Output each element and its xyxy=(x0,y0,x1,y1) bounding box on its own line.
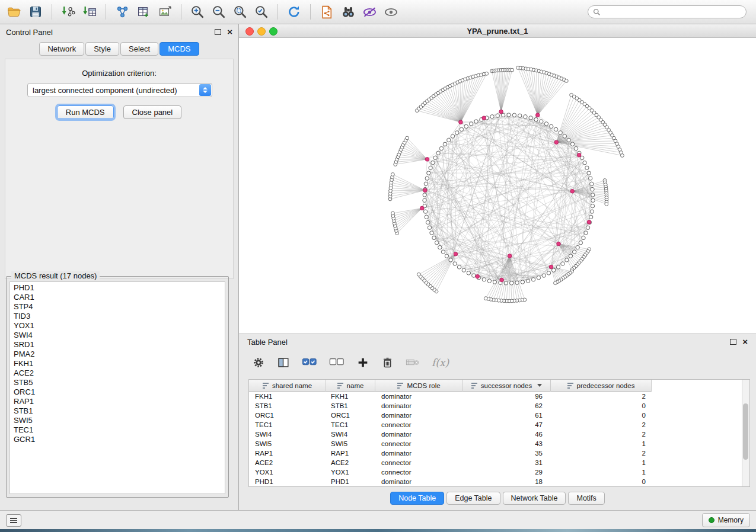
tab-motifs[interactable]: Motifs xyxy=(568,492,604,505)
mcds-result-list: PHD1CAR1STP4TID3YOX1SWI4SRD1PMA2FKH1ACE2… xyxy=(9,281,225,494)
table-row[interactable]: SWI4SWI4dominator462 xyxy=(249,430,749,439)
table-scrollbar[interactable] xyxy=(742,380,749,486)
table-row[interactable]: FKH1FKH1dominator962 xyxy=(249,392,749,401)
table-cell: STB1 xyxy=(326,401,375,411)
table-cell: 18 xyxy=(463,477,551,486)
deselect-all-button[interactable] xyxy=(329,357,344,368)
mcds-result-item[interactable]: SRD1 xyxy=(10,340,225,350)
zoom-out-button[interactable] xyxy=(208,2,229,22)
table-row[interactable]: ACE2ACE2connector311 xyxy=(249,458,749,467)
table-settings-button[interactable] xyxy=(252,356,265,369)
table-cell: ACE2 xyxy=(249,458,326,467)
trash-icon xyxy=(381,356,394,369)
table-row[interactable]: YOX1YOX1connector291 xyxy=(249,467,749,477)
select-all-button[interactable] xyxy=(302,357,317,368)
table-row[interactable]: RAP1RAP1dominator352 xyxy=(249,448,749,458)
table-scrollbar-thumb[interactable] xyxy=(743,403,748,460)
table-cell: 62 xyxy=(463,401,551,411)
mcds-result-item[interactable]: YOX1 xyxy=(10,321,225,331)
column-header-successor-nodes[interactable]: successor nodes xyxy=(463,380,551,392)
import-network-button[interactable] xyxy=(58,2,79,22)
mcds-result-item[interactable]: STP4 xyxy=(10,302,225,312)
save-session-button[interactable] xyxy=(25,2,46,22)
plus-icon xyxy=(356,356,369,369)
mcds-result-item[interactable]: ORC1 xyxy=(10,387,225,397)
mcds-result-item[interactable]: SWI4 xyxy=(10,331,225,340)
close-panel-button[interactable]: Close panel xyxy=(123,105,182,119)
table-cell: 2 xyxy=(551,430,652,439)
column-header-shared-name[interactable]: shared name xyxy=(249,380,326,392)
zoom-in-icon xyxy=(190,4,205,20)
table-row[interactable]: STB1STB1dominator620 xyxy=(249,401,749,411)
export-image-button[interactable] xyxy=(154,2,176,22)
tab-mcds[interactable]: MCDS xyxy=(160,42,199,56)
search-box[interactable] xyxy=(588,5,747,18)
show-columns-button[interactable] xyxy=(277,356,290,369)
table-row[interactable]: TEC1TEC1connector472 xyxy=(249,420,749,430)
network-graph xyxy=(239,38,756,334)
mcds-result-item[interactable]: SWI5 xyxy=(10,416,225,425)
tab-network-table[interactable]: Network Table xyxy=(503,492,566,505)
column-header-name[interactable]: name xyxy=(326,380,375,392)
table-row[interactable]: SWI5SWI5connector431 xyxy=(249,439,749,448)
toolbar-separator xyxy=(52,4,52,20)
column-header-predecessor-nodes[interactable]: predecessor nodes xyxy=(551,380,652,392)
delete-column-button[interactable] xyxy=(381,356,394,369)
open-folder-button[interactable] xyxy=(4,2,25,22)
optimization-criterion-dropdown[interactable]: largest connected component (undirected) xyxy=(27,83,212,97)
export-network-button[interactable] xyxy=(316,2,337,22)
mcds-result-item[interactable]: STB5 xyxy=(10,378,225,387)
hide-details-button[interactable] xyxy=(359,2,380,22)
tab-edge-table[interactable]: Edge Table xyxy=(446,492,500,505)
float-table-panel-icon[interactable] xyxy=(730,339,736,345)
mcds-result-item[interactable]: GCR1 xyxy=(10,435,225,444)
table-row[interactable]: PHD1PHD1dominator180 xyxy=(249,477,749,486)
show-details-button[interactable] xyxy=(380,2,401,22)
open-folder-icon xyxy=(7,4,22,20)
memory-status-icon xyxy=(709,517,714,523)
tab-style[interactable]: Style xyxy=(85,42,119,56)
column-header-MCDS-role[interactable]: MCDS role xyxy=(375,380,463,392)
network-window-title: YPA_prune.txt_1 xyxy=(239,27,756,36)
mcds-result-item[interactable]: CAR1 xyxy=(10,293,225,302)
mcds-result-item[interactable]: PMA2 xyxy=(10,350,225,359)
show-details-eye-icon xyxy=(383,4,399,20)
mcds-result-item[interactable]: STB1 xyxy=(10,406,225,416)
float-panel-icon[interactable] xyxy=(215,29,221,35)
table-cell: ORC1 xyxy=(249,411,326,420)
zoom-fit-button[interactable] xyxy=(229,2,251,22)
run-mcds-button[interactable]: Run MCDS xyxy=(57,105,114,119)
search-input[interactable] xyxy=(603,7,746,17)
mcds-result-item[interactable]: FKH1 xyxy=(10,359,225,368)
tab-select[interactable]: Select xyxy=(120,42,158,56)
network-window-titlebar[interactable]: YPA_prune.txt_1 xyxy=(239,24,756,38)
zoom-selected-button[interactable] xyxy=(251,2,272,22)
mcds-result-item[interactable]: PHD1 xyxy=(10,283,225,293)
node-table[interactable]: shared namenameMCDS rolesuccessor nodesp… xyxy=(248,379,750,487)
gear-icon xyxy=(252,356,265,369)
table-cell: 2 xyxy=(551,420,652,430)
network-view-canvas[interactable] xyxy=(239,38,756,334)
add-column-button[interactable] xyxy=(356,356,369,369)
memory-button[interactable]: Memory xyxy=(702,513,750,527)
refresh-layout-button[interactable] xyxy=(283,2,305,22)
table-cell: FKH1 xyxy=(326,392,375,401)
new-table-button[interactable] xyxy=(133,2,154,22)
close-panel-icon[interactable]: × xyxy=(227,28,232,36)
mcds-result-item[interactable]: RAP1 xyxy=(10,397,225,406)
statusbar-menu-button[interactable] xyxy=(6,514,21,527)
table-cell: 29 xyxy=(463,467,551,477)
mcds-result-item[interactable]: TID3 xyxy=(10,312,225,321)
tab-node-table[interactable]: Node Table xyxy=(390,492,444,505)
new-network-button[interactable] xyxy=(111,2,133,22)
mcds-result-item[interactable]: ACE2 xyxy=(10,368,225,378)
search-network-button[interactable] xyxy=(337,2,359,22)
mcds-result-title: MCDS result (17 nodes) xyxy=(11,271,100,280)
close-table-panel-icon[interactable]: × xyxy=(742,338,748,345)
table-row[interactable]: ORC1ORC1dominator610 xyxy=(249,411,749,420)
import-table-button[interactable] xyxy=(79,2,100,22)
mcds-result-item[interactable]: TEC1 xyxy=(10,425,225,435)
zoom-in-button[interactable] xyxy=(187,2,208,22)
table-cell: 2 xyxy=(551,448,652,458)
tab-network[interactable]: Network xyxy=(39,42,84,56)
